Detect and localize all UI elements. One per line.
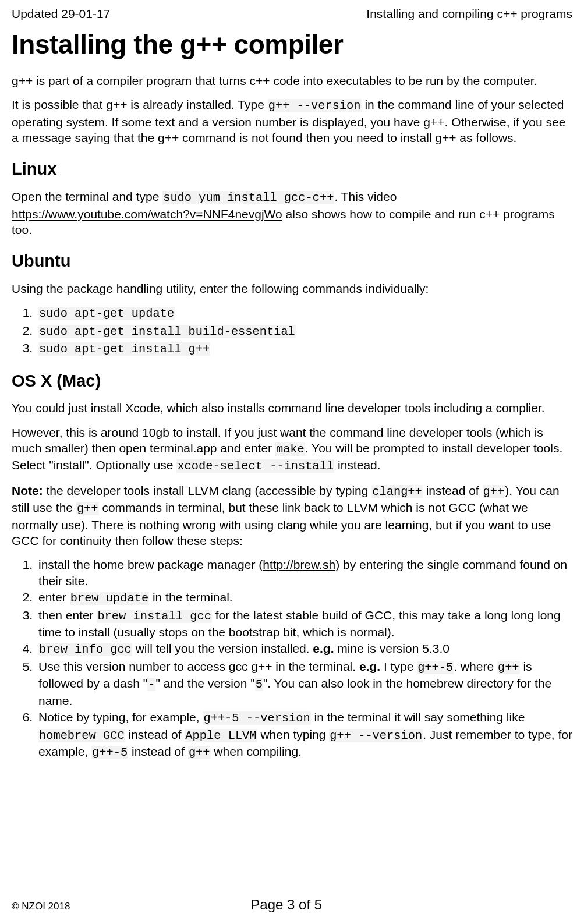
code-inline: brew update (70, 592, 149, 605)
code-inline: 5 (255, 678, 263, 691)
code-inline: g++-5 (91, 746, 128, 759)
link-brew[interactable]: http://brew.sh (263, 558, 335, 571)
ubuntu-paragraph: Using the package handling utility, ente… (12, 281, 572, 296)
code-inline: Apple LLVM (185, 729, 257, 742)
code-inline: homebrew GCC (38, 729, 125, 742)
osx-steps-list: install the home brew package manager (h… (12, 557, 572, 760)
linux-paragraph: Open the terminal and type sudo yum inst… (12, 189, 572, 238)
list-item: sudo apt-get install build-essential (36, 323, 572, 339)
intro-paragraph-1: g++ is part of a compiler program that t… (12, 73, 572, 88)
list-item: sudo apt-get install g++ (36, 340, 572, 357)
link-youtube[interactable]: https://www.youtube.com/watch?v=NNF4nevg… (12, 207, 282, 221)
header-updated: Updated 29-01-17 (12, 6, 110, 22)
heading-osx: OS X (Mac) (12, 370, 572, 392)
code-inline: sudo apt-get install g++ (38, 342, 210, 356)
note-label: Note: (12, 484, 43, 497)
list-item: Notice by typing, for example, g++-5 --v… (36, 709, 572, 760)
code-inline: g++ (483, 485, 505, 498)
code-inline: make (275, 442, 305, 456)
osx-paragraph-1: You could just install Xcode, which also… (12, 400, 572, 416)
code-inline: g++ (497, 661, 520, 674)
code-inline: - (147, 678, 155, 691)
heading-ubuntu: Ubuntu (12, 250, 572, 272)
heading-linux: Linux (12, 158, 572, 180)
list-item: install the home brew package manager (h… (36, 557, 572, 589)
code-inline: g++ --version (268, 99, 362, 112)
footer-copyright: © NZOI 2018 (12, 900, 70, 913)
osx-note-paragraph: Note: the developer tools install LLVM c… (12, 483, 572, 549)
code-inline: clang++ (371, 485, 423, 498)
code-inline: sudo apt-get install build-essential (38, 325, 296, 338)
code-inline: brew info gcc (38, 643, 132, 656)
footer-page-number: Page 3 of 5 (70, 895, 502, 914)
page-title: Installing the g++ compiler (12, 27, 572, 62)
code-inline: sudo apt-get update (38, 307, 175, 320)
code-inline: brew install gcc (97, 610, 211, 623)
code-inline: g++ --version (329, 729, 423, 742)
list-item: brew info gcc will tell you the version … (36, 640, 572, 657)
list-item: Use this version number to access gcc g+… (36, 659, 572, 709)
list-item: then enter brew install gcc for the late… (36, 607, 572, 640)
header-doc-title: Installing and compiling c++ programs (366, 6, 572, 22)
code-inline: g++-5 --version (203, 711, 310, 725)
code-inline: xcode-select --install (176, 459, 334, 473)
code-inline: g++-5 (417, 661, 454, 674)
osx-paragraph-2: However, this is around 10gb to install.… (12, 424, 572, 475)
list-item: sudo apt-get update (36, 305, 572, 321)
code-inline: g++ (188, 746, 211, 759)
page-header: Updated 29-01-17 Installing and compilin… (12, 6, 572, 22)
list-item: enter brew update in the terminal. (36, 589, 572, 606)
ubuntu-command-list: sudo apt-get update sudo apt-get install… (12, 305, 572, 357)
code-inline: g++ (76, 502, 99, 515)
page-footer: © NZOI 2018 Page 3 of 5 (12, 895, 572, 914)
intro-paragraph-2: It is possible that g++ is already insta… (12, 97, 572, 146)
code-inline: sudo yum install gcc-c++ (162, 191, 334, 204)
